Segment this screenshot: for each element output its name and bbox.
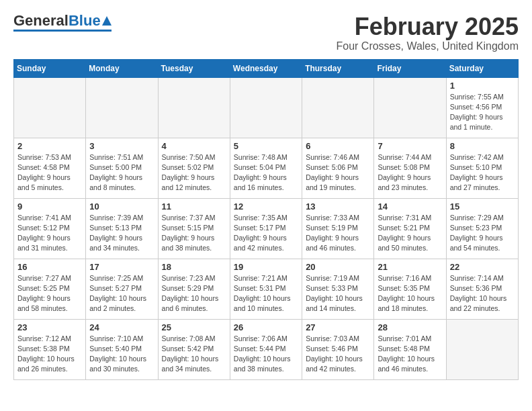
calendar-cell: 6Sunrise: 7:46 AM Sunset: 5:06 PM Daylig…: [302, 138, 374, 198]
calendar-cell: [446, 319, 518, 379]
day-number: 1: [450, 81, 515, 91]
day-info: Sunrise: 7:42 AM Sunset: 5:10 PM Dayligh…: [450, 152, 515, 193]
day-number: 14: [378, 201, 442, 212]
day-number: 17: [89, 262, 154, 272]
weekday-header-sunday: Sunday: [14, 59, 86, 77]
day-number: 28: [378, 322, 442, 332]
day-number: 20: [306, 262, 370, 272]
day-number: 6: [306, 141, 370, 151]
day-info: Sunrise: 7:33 AM Sunset: 5:19 PM Dayligh…: [306, 213, 370, 254]
day-info: Sunrise: 7:10 AM Sunset: 5:40 PM Dayligh…: [89, 334, 154, 375]
weekday-header-wednesday: Wednesday: [230, 59, 302, 77]
weekday-header-thursday: Thursday: [302, 59, 374, 77]
logo: GeneralBlue: [13, 13, 112, 32]
calendar-cell: 16Sunrise: 7:27 AM Sunset: 5:25 PM Dayli…: [14, 259, 86, 319]
calendar-cell: 9Sunrise: 7:41 AM Sunset: 5:12 PM Daylig…: [14, 198, 86, 259]
calendar-cell: 25Sunrise: 7:08 AM Sunset: 5:42 PM Dayli…: [158, 319, 230, 379]
day-number: 11: [162, 201, 226, 212]
day-number: 12: [234, 201, 298, 212]
day-info: Sunrise: 7:23 AM Sunset: 5:29 PM Dayligh…: [162, 273, 226, 314]
calendar-cell: 18Sunrise: 7:23 AM Sunset: 5:29 PM Dayli…: [158, 259, 230, 319]
day-number: 5: [234, 141, 298, 151]
day-info: Sunrise: 7:27 AM Sunset: 5:25 PM Dayligh…: [17, 273, 82, 314]
day-info: Sunrise: 7:03 AM Sunset: 5:46 PM Dayligh…: [306, 334, 370, 375]
day-number: 26: [234, 322, 298, 332]
day-number: 2: [17, 141, 82, 151]
calendar-cell: [374, 77, 446, 138]
day-number: 9: [17, 201, 82, 212]
logo-blue: Blue: [69, 12, 101, 29]
calendar-cell: 21Sunrise: 7:16 AM Sunset: 5:35 PM Dayli…: [374, 259, 446, 319]
day-info: Sunrise: 7:31 AM Sunset: 5:21 PM Dayligh…: [378, 213, 442, 254]
calendar-cell: 15Sunrise: 7:29 AM Sunset: 5:23 PM Dayli…: [446, 198, 518, 259]
calendar-cell: 27Sunrise: 7:03 AM Sunset: 5:46 PM Dayli…: [302, 319, 374, 379]
calendar-subtitle: Four Crosses, Wales, United Kingdom: [336, 40, 519, 52]
day-number: 8: [450, 141, 515, 151]
calendar-cell: 28Sunrise: 7:01 AM Sunset: 5:48 PM Dayli…: [374, 319, 446, 379]
day-info: Sunrise: 7:41 AM Sunset: 5:12 PM Dayligh…: [17, 213, 82, 254]
day-info: Sunrise: 7:53 AM Sunset: 4:58 PM Dayligh…: [17, 152, 82, 193]
week-row-2: 2Sunrise: 7:53 AM Sunset: 4:58 PM Daylig…: [14, 138, 519, 198]
day-number: 4: [162, 141, 226, 151]
calendar-cell: 23Sunrise: 7:12 AM Sunset: 5:38 PM Dayli…: [14, 319, 86, 379]
calendar-cell: 2Sunrise: 7:53 AM Sunset: 4:58 PM Daylig…: [14, 138, 86, 198]
weekday-header-monday: Monday: [86, 59, 158, 77]
day-info: Sunrise: 7:21 AM Sunset: 5:31 PM Dayligh…: [234, 273, 298, 314]
day-info: Sunrise: 7:06 AM Sunset: 5:44 PM Dayligh…: [234, 334, 298, 375]
day-info: Sunrise: 7:16 AM Sunset: 5:35 PM Dayligh…: [378, 273, 442, 314]
calendar-cell: 26Sunrise: 7:06 AM Sunset: 5:44 PM Dayli…: [230, 319, 302, 379]
day-info: Sunrise: 7:08 AM Sunset: 5:42 PM Dayligh…: [162, 334, 226, 375]
calendar-cell: [14, 77, 86, 138]
calendar-cell: 11Sunrise: 7:37 AM Sunset: 5:15 PM Dayli…: [158, 198, 230, 259]
day-info: Sunrise: 7:55 AM Sunset: 4:56 PM Dayligh…: [450, 92, 515, 133]
calendar-cell: [302, 77, 374, 138]
calendar-cell: 12Sunrise: 7:35 AM Sunset: 5:17 PM Dayli…: [230, 198, 302, 259]
calendar-cell: 4Sunrise: 7:50 AM Sunset: 5:02 PM Daylig…: [158, 138, 230, 198]
day-number: 15: [450, 201, 515, 212]
calendar-cell: 19Sunrise: 7:21 AM Sunset: 5:31 PM Dayli…: [230, 259, 302, 319]
weekday-header-saturday: Saturday: [446, 59, 518, 77]
logo-icon: [102, 16, 112, 26]
day-info: Sunrise: 7:14 AM Sunset: 5:36 PM Dayligh…: [450, 273, 515, 314]
day-info: Sunrise: 7:39 AM Sunset: 5:13 PM Dayligh…: [89, 213, 154, 254]
calendar-cell: 5Sunrise: 7:48 AM Sunset: 5:04 PM Daylig…: [230, 138, 302, 198]
calendar-cell: 20Sunrise: 7:19 AM Sunset: 5:33 PM Dayli…: [302, 259, 374, 319]
logo-underline: [13, 30, 112, 32]
calendar-cell: [158, 77, 230, 138]
day-number: 25: [162, 322, 226, 332]
day-info: Sunrise: 7:29 AM Sunset: 5:23 PM Dayligh…: [450, 213, 515, 254]
day-number: 10: [89, 201, 154, 212]
logo-general: General: [13, 12, 69, 29]
day-info: Sunrise: 7:12 AM Sunset: 5:38 PM Dayligh…: [17, 334, 82, 375]
calendar-cell: 14Sunrise: 7:31 AM Sunset: 5:21 PM Dayli…: [374, 198, 446, 259]
week-row-4: 16Sunrise: 7:27 AM Sunset: 5:25 PM Dayli…: [14, 259, 519, 319]
calendar-cell: [86, 77, 158, 138]
weekday-header-tuesday: Tuesday: [158, 59, 230, 77]
svg-marker-0: [102, 16, 112, 26]
calendar-cell: 1Sunrise: 7:55 AM Sunset: 4:56 PM Daylig…: [446, 77, 518, 138]
calendar-cell: 22Sunrise: 7:14 AM Sunset: 5:36 PM Dayli…: [446, 259, 518, 319]
logo-text: GeneralBlue: [13, 13, 101, 28]
page-header: GeneralBlue February 2025 Four Crosses, …: [13, 13, 519, 52]
calendar-cell: 13Sunrise: 7:33 AM Sunset: 5:19 PM Dayli…: [302, 198, 374, 259]
calendar-cell: 17Sunrise: 7:25 AM Sunset: 5:27 PM Dayli…: [86, 259, 158, 319]
calendar-cell: 24Sunrise: 7:10 AM Sunset: 5:40 PM Dayli…: [86, 319, 158, 379]
calendar-cell: 7Sunrise: 7:44 AM Sunset: 5:08 PM Daylig…: [374, 138, 446, 198]
day-info: Sunrise: 7:44 AM Sunset: 5:08 PM Dayligh…: [378, 152, 442, 193]
day-number: 16: [17, 262, 82, 272]
day-number: 27: [306, 322, 370, 332]
day-number: 21: [378, 262, 442, 272]
day-info: Sunrise: 7:48 AM Sunset: 5:04 PM Dayligh…: [234, 152, 298, 193]
calendar-cell: 10Sunrise: 7:39 AM Sunset: 5:13 PM Dayli…: [86, 198, 158, 259]
day-info: Sunrise: 7:46 AM Sunset: 5:06 PM Dayligh…: [306, 152, 370, 193]
title-block: February 2025 Four Crosses, Wales, Unite…: [336, 13, 519, 52]
day-number: 23: [17, 322, 82, 332]
calendar-title: February 2025: [336, 13, 519, 40]
calendar-cell: 3Sunrise: 7:51 AM Sunset: 5:00 PM Daylig…: [86, 138, 158, 198]
calendar-cell: [230, 77, 302, 138]
day-number: 13: [306, 201, 370, 212]
calendar-table: SundayMondayTuesdayWednesdayThursdayFrid…: [13, 59, 519, 380]
calendar-cell: 8Sunrise: 7:42 AM Sunset: 5:10 PM Daylig…: [446, 138, 518, 198]
weekday-header-row: SundayMondayTuesdayWednesdayThursdayFrid…: [14, 59, 519, 77]
day-info: Sunrise: 7:01 AM Sunset: 5:48 PM Dayligh…: [378, 334, 442, 375]
